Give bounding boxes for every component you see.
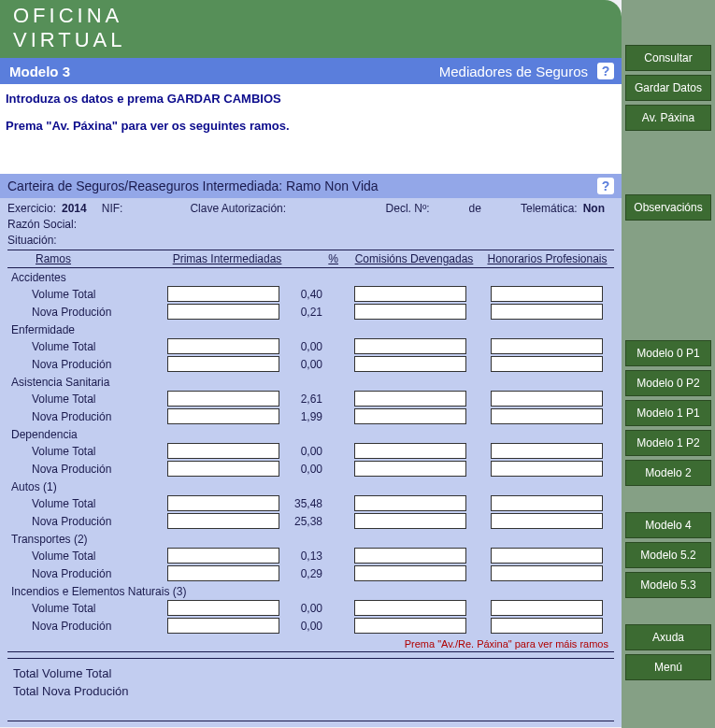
percent-value: 0,00 bbox=[279, 445, 326, 458]
honorarios-input[interactable] bbox=[491, 495, 603, 511]
data-table: Ramos Primas Intermediadas % Comisións D… bbox=[7, 250, 614, 652]
primas-input[interactable] bbox=[167, 304, 279, 320]
honorarios-input[interactable] bbox=[491, 600, 603, 616]
primas-input[interactable] bbox=[167, 600, 279, 616]
title-bar: Modelo 3 Mediadores de Seguros ? bbox=[0, 58, 622, 84]
table-row: Volume Total0,13 bbox=[7, 547, 614, 564]
modelo-1-p2-button[interactable]: Modelo 1 P2 bbox=[625, 430, 711, 456]
honorarios-input[interactable] bbox=[491, 461, 603, 477]
honorarios-input[interactable] bbox=[491, 443, 603, 459]
modelo-0-p1-button[interactable]: Modelo 0 P1 bbox=[625, 340, 711, 366]
table-row: Volume Total0,00 bbox=[7, 599, 614, 617]
gardar-datos-button[interactable]: Gardar Datos bbox=[625, 75, 711, 101]
table-row: Volume Total0,40 bbox=[7, 285, 614, 303]
comisions-input[interactable] bbox=[354, 513, 466, 529]
primas-input[interactable] bbox=[167, 408, 279, 424]
primas-input[interactable] bbox=[167, 338, 279, 354]
honorarios-input[interactable] bbox=[491, 565, 603, 581]
comisions-input[interactable] bbox=[354, 618, 466, 634]
comisions-input[interactable] bbox=[354, 391, 466, 407]
primas-input[interactable] bbox=[167, 391, 279, 407]
table-row: Nova Produción1,99 bbox=[7, 407, 614, 425]
honorarios-input[interactable] bbox=[491, 548, 603, 564]
honorarios-input[interactable] bbox=[491, 338, 603, 354]
honorarios-input[interactable] bbox=[491, 304, 603, 320]
group-label: Enfermidade bbox=[7, 321, 614, 337]
honorarios-input[interactable] bbox=[491, 408, 603, 424]
primas-input[interactable] bbox=[167, 461, 279, 477]
axuda-button[interactable]: Axuda bbox=[625, 624, 711, 650]
percent-value: 0,00 bbox=[279, 620, 326, 633]
primas-input[interactable] bbox=[167, 513, 279, 529]
comisions-input[interactable] bbox=[354, 338, 466, 354]
menu-button[interactable]: Menú bbox=[625, 654, 711, 680]
percent-value: 1,99 bbox=[279, 410, 326, 423]
row-nova-label: Nova Produción bbox=[7, 567, 162, 580]
col-ramos: Ramos bbox=[7, 252, 162, 265]
comisions-input[interactable] bbox=[354, 286, 466, 302]
comisions-input[interactable] bbox=[354, 461, 466, 477]
comisions-input[interactable] bbox=[354, 600, 466, 616]
table-row: Nova Produción0,00 bbox=[7, 460, 614, 478]
modelo-4-button[interactable]: Modelo 4 bbox=[625, 512, 711, 538]
honorarios-input[interactable] bbox=[491, 356, 603, 372]
section-header: Carteira de Seguros/Reaseguros Intermedi… bbox=[0, 174, 622, 198]
honorarios-input[interactable] bbox=[491, 391, 603, 407]
col-honorarios: Honorarios Profesionais bbox=[484, 252, 610, 265]
table-row: Volume Total0,00 bbox=[7, 337, 614, 355]
row-nova-label: Nova Produción bbox=[7, 620, 162, 633]
group-label: Autos (1) bbox=[7, 478, 614, 494]
comisions-input[interactable] bbox=[354, 443, 466, 459]
row-volume-label: Volume Total bbox=[7, 288, 162, 301]
comisions-input[interactable] bbox=[354, 495, 466, 511]
col-percent: % bbox=[293, 252, 344, 265]
primas-input[interactable] bbox=[167, 548, 279, 564]
group-label: Asistencia Sanitaria bbox=[7, 373, 614, 390]
page-subtitle: Mediadores de Seguros bbox=[70, 64, 597, 79]
percent-value: 2,61 bbox=[279, 393, 326, 406]
honorarios-input[interactable] bbox=[491, 513, 603, 529]
modelo-5-3-button[interactable]: Modelo 5.3 bbox=[625, 572, 711, 598]
comisions-input[interactable] bbox=[354, 565, 466, 581]
modelo-0-p2-button[interactable]: Modelo 0 P2 bbox=[625, 370, 711, 396]
table-row: Volume Total0,00 bbox=[7, 442, 614, 460]
comisions-input[interactable] bbox=[354, 408, 466, 424]
primas-input[interactable] bbox=[167, 356, 279, 372]
primas-input[interactable] bbox=[167, 565, 279, 581]
primas-input[interactable] bbox=[167, 286, 279, 302]
row-volume-label: Volume Total bbox=[7, 393, 162, 406]
primas-input[interactable] bbox=[167, 618, 279, 634]
comisions-input[interactable] bbox=[354, 304, 466, 320]
modelo-2-button[interactable]: Modelo 2 bbox=[625, 460, 711, 486]
primas-input[interactable] bbox=[167, 443, 279, 459]
section-help-icon[interactable]: ? bbox=[597, 178, 614, 194]
modelo-5-2-button[interactable]: Modelo 5.2 bbox=[625, 542, 711, 568]
primas-input[interactable] bbox=[167, 495, 279, 511]
observacions-button[interactable]: Observacións bbox=[625, 194, 711, 221]
modelo-1-p1-button[interactable]: Modelo 1 P1 bbox=[625, 400, 711, 426]
group-label: Dependencia bbox=[7, 425, 614, 442]
table-row: Volume Total35,48 bbox=[7, 494, 614, 512]
clave-label: Clave Autorización: bbox=[190, 202, 286, 215]
honorarios-input[interactable] bbox=[491, 286, 603, 302]
percent-value: 0,00 bbox=[279, 340, 326, 353]
telematica-label: Telemática: bbox=[521, 202, 578, 215]
de-label: de bbox=[469, 202, 481, 215]
honorarios-input[interactable] bbox=[491, 618, 603, 634]
row-volume-label: Volume Total bbox=[7, 497, 162, 510]
table-row: Nova Produción0,29 bbox=[7, 564, 614, 582]
total-nova-label: Total Nova Produción bbox=[13, 684, 608, 698]
comisions-input[interactable] bbox=[354, 548, 466, 564]
brand-line1: OFICINA bbox=[13, 4, 608, 28]
percent-value: 0,00 bbox=[279, 463, 326, 476]
row-nova-label: Nova Produción bbox=[7, 410, 162, 423]
consultar-button[interactable]: Consultar bbox=[625, 45, 711, 71]
group-label: Transportes (2) bbox=[7, 530, 614, 547]
pagination-hint: Prema "Av./Re. Páxina" para ver máis ram… bbox=[7, 635, 614, 651]
av-paxina-button[interactable]: Av. Páxina bbox=[625, 105, 711, 131]
comisions-input[interactable] bbox=[354, 356, 466, 372]
sidebar: Consultar Gardar Datos Av. Páxina Observ… bbox=[622, 0, 715, 728]
percent-value: 25,38 bbox=[279, 515, 326, 528]
help-icon[interactable]: ? bbox=[597, 63, 614, 79]
row-nova-label: Nova Produción bbox=[7, 358, 162, 371]
